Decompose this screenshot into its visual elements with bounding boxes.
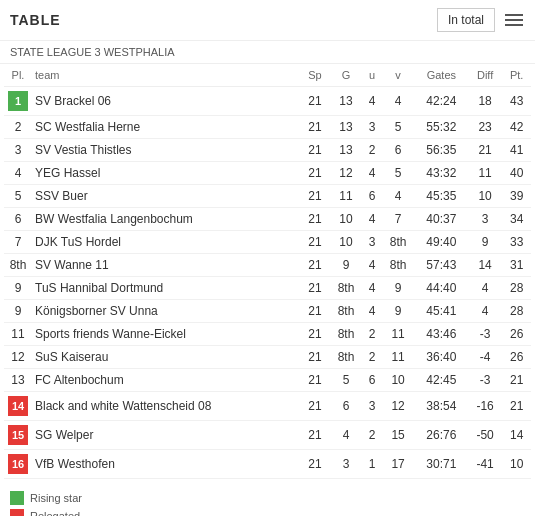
v-value: 17 [381,450,414,479]
diff-value: -4 [468,346,502,369]
pt-value: 39 [502,185,531,208]
gates-value: 42:24 [415,87,468,116]
col-diff: Diff [468,64,502,87]
pt-value: 41 [502,139,531,162]
gates-value: 38:54 [415,392,468,421]
diff-value: -50 [468,421,502,450]
rank-cell: 16 [4,450,32,479]
diff-value: 4 [468,300,502,323]
diff-value: 23 [468,116,502,139]
rank-cell: 9 [4,277,32,300]
team-name: SG Welper [32,421,301,450]
gates-value: 36:40 [415,346,468,369]
v-value: 5 [381,162,414,185]
col-team: team [32,64,301,87]
u-value: 2 [363,346,382,369]
col-pt: Pt. [502,64,531,87]
in-total-button[interactable]: In total [437,8,495,32]
u-value: 3 [363,392,382,421]
gates-value: 42:45 [415,369,468,392]
rank-badge-red: 14 [8,396,28,416]
sp-value: 21 [301,139,330,162]
col-v: v [381,64,414,87]
rank-cell: 4 [4,162,32,185]
rank-cell: 5 [4,185,32,208]
table-row: 2 SC Westfalia Herne 21 13 3 5 55:32 23 … [4,116,531,139]
table-row: 15 SG Welper 21 4 2 15 26:76 -50 14 [4,421,531,450]
u-value: 4 [363,162,382,185]
u-value: 1 [363,450,382,479]
rank-cell: 14 [4,392,32,421]
team-name: YEG Hassel [32,162,301,185]
table-row: 3 SV Vestia Thistles 21 13 2 6 56:35 21 … [4,139,531,162]
standings-table: Pl. team Sp G u v Gates Diff Pt. 1 SV Br… [4,64,531,479]
pt-value: 26 [502,346,531,369]
table-row: 8th SV Wanne 11 21 9 4 8th 57:43 14 31 [4,254,531,277]
table-row: 9 TuS Hannibal Dortmund 21 8th 4 9 44:40… [4,277,531,300]
team-name: FC Altenbochum [32,369,301,392]
diff-value: 14 [468,254,502,277]
rank-cell: 1 [4,87,32,116]
team-name: Black and white Wattenscheid 08 [32,392,301,421]
diff-value: -3 [468,323,502,346]
rank-plain: 12 [11,350,24,364]
gates-value: 40:37 [415,208,468,231]
g-value: 4 [329,421,362,450]
rank-plain: 8th [10,258,27,272]
rank-badge-red: 15 [8,425,28,445]
u-value: 4 [363,277,382,300]
team-name: SV Brackel 06 [32,87,301,116]
legend-color-box [10,509,24,516]
u-value: 6 [363,369,382,392]
col-g: G [329,64,362,87]
g-value: 6 [329,392,362,421]
u-value: 4 [363,87,382,116]
u-value: 6 [363,185,382,208]
col-sp: Sp [301,64,330,87]
team-name: TuS Hannibal Dortmund [32,277,301,300]
standings-table-wrap: Pl. team Sp G u v Gates Diff Pt. 1 SV Br… [0,64,535,479]
v-value: 5 [381,116,414,139]
team-name: Sports friends Wanne-Eickel [32,323,301,346]
rank-plain: 9 [15,304,22,318]
page-title: TABLE [10,12,61,28]
team-name: VfB Westhofen [32,450,301,479]
u-value: 2 [363,421,382,450]
pt-value: 42 [502,116,531,139]
rank-cell: 9 [4,300,32,323]
rank-cell: 12 [4,346,32,369]
table-row: 6 BW Westfalia Langenbochum 21 10 4 7 40… [4,208,531,231]
gates-value: 45:41 [415,300,468,323]
v-value: 15 [381,421,414,450]
diff-value: 3 [468,208,502,231]
v-value: 9 [381,277,414,300]
gates-value: 30:71 [415,450,468,479]
diff-value: 21 [468,139,502,162]
rank-cell: 8th [4,254,32,277]
team-name: SSV Buer [32,185,301,208]
diff-value: -3 [468,369,502,392]
pt-value: 28 [502,300,531,323]
sp-value: 21 [301,392,330,421]
g-value: 3 [329,450,362,479]
rank-badge-green: 1 [8,91,28,111]
rank-cell: 13 [4,369,32,392]
sp-value: 21 [301,231,330,254]
sp-value: 21 [301,87,330,116]
v-value: 10 [381,369,414,392]
team-name: SV Wanne 11 [32,254,301,277]
col-u: u [363,64,382,87]
sp-value: 21 [301,300,330,323]
rank-plain: 3 [15,143,22,157]
diff-value: 10 [468,185,502,208]
u-value: 4 [363,208,382,231]
gates-value: 57:43 [415,254,468,277]
pt-value: 31 [502,254,531,277]
team-name: SC Westfalia Herne [32,116,301,139]
menu-icon[interactable] [503,12,525,28]
table-row: 16 VfB Westhofen 21 3 1 17 30:71 -41 10 [4,450,531,479]
gates-value: 56:35 [415,139,468,162]
pt-value: 21 [502,392,531,421]
u-value: 4 [363,300,382,323]
legend-color-box [10,491,24,505]
